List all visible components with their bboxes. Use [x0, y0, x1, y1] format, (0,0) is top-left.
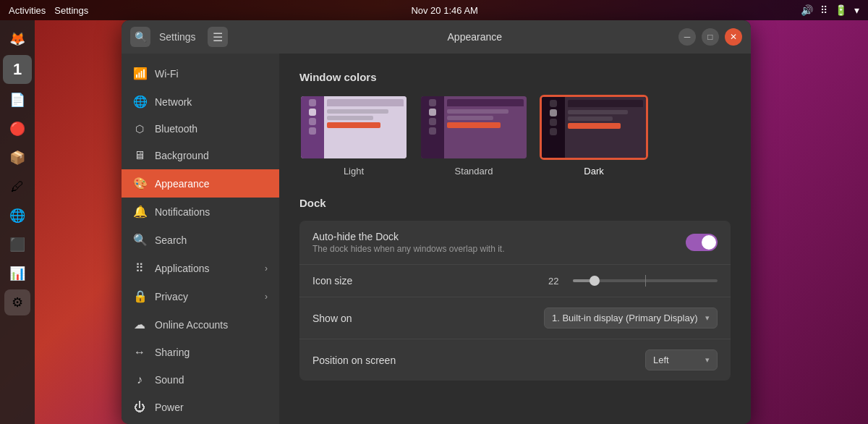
sidebar-item-privacy[interactable]: 🔒 Privacy › [122, 282, 279, 310]
sidebar-item-applications-label: Applications [155, 263, 210, 274]
sidebar-item-power-label: Power [155, 402, 184, 413]
datetime-label: Nov 20 1:46 AM [411, 5, 478, 16]
sidebar-item-sound[interactable]: ♪ Sound [122, 366, 279, 394]
autohide-sublabel: The dock hides when any windows overlap … [312, 244, 686, 254]
dock-item-app3[interactable]: 🔴 [4, 116, 30, 142]
sidebar: 📶 Wi-Fi 🌐 Network ⬡ Bluetooth 🖥 Backgrou… [122, 54, 279, 424]
main-content: Window colors [279, 54, 751, 424]
sidebar-item-search-label: Search [155, 234, 187, 246]
title-bar-search-button[interactable]: 🔍 [130, 27, 150, 47]
sound-sidebar-icon: ♪ [133, 373, 146, 386]
settings-menu[interactable]: Settings [54, 5, 88, 16]
dock-item-settings[interactable]: ⚙ [4, 289, 30, 315]
settings-body: 📶 Wi-Fi 🌐 Network ⬡ Bluetooth 🖥 Backgrou… [122, 54, 751, 424]
show-on-value: 1. Built-in display (Primary Display) [552, 313, 698, 323]
dock-item-firefox[interactable]: 🦊 [4, 26, 30, 52]
window-controls: ─ □ ✕ [678, 28, 742, 46]
title-bar: 🔍 Settings ☰ Appearance ─ □ ✕ [122, 20, 751, 54]
battery-icon[interactable]: 🔋 [835, 4, 847, 16]
autohide-label: Auto-hide the Dock [312, 231, 686, 242]
dock-item-app7[interactable]: 📊 [4, 260, 30, 287]
color-option-dark[interactable]: Dark [540, 95, 648, 177]
position-value: Left [653, 355, 669, 365]
notifications-icon: 🔔 [133, 205, 146, 219]
show-on-dropdown-arrow-icon: ▾ [705, 313, 710, 323]
autohide-toggle[interactable] [686, 234, 718, 251]
dock-item-chrome[interactable]: 🌐 [4, 203, 30, 229]
sidebar-item-sound-label: Sound [155, 374, 184, 386]
sidebar-item-background[interactable]: 🖥 Background [122, 142, 279, 169]
sidebar-item-applications[interactable]: ⠿ Applications › [122, 254, 279, 282]
icon-size-value: 22 [548, 276, 566, 287]
sidebar-item-network[interactable]: 🌐 Network [122, 88, 279, 116]
applications-icon: ⠿ [133, 261, 146, 275]
show-on-dropdown[interactable]: 1. Built-in display (Primary Display) ▾ [544, 308, 718, 328]
top-bar: Activities Settings Nov 20 1:46 AM 🔊 ⠿ 🔋… [0, 0, 868, 20]
sidebar-item-online-accounts[interactable]: ☁ Online Accounts [122, 310, 279, 339]
bluetooth-icon: ⬡ [133, 123, 146, 135]
dock-item-app4[interactable]: 📦 [4, 145, 30, 171]
color-option-light[interactable]: Light [299, 95, 408, 177]
online-accounts-icon: ☁ [133, 318, 146, 331]
sidebar-item-sharing[interactable]: ↔ Sharing [122, 339, 279, 366]
network-icon: 🌐 [133, 95, 146, 109]
system-menu-icon[interactable]: ▾ [854, 4, 859, 16]
applications-arrow-icon: › [265, 263, 268, 274]
sidebar-item-network-label: Network [155, 96, 192, 108]
sidebar-item-search[interactable]: 🔍 Search [122, 226, 279, 254]
sidebar-item-bluetooth[interactable]: ⬡ Bluetooth [122, 116, 279, 142]
dark-label: Dark [584, 166, 603, 177]
sidebar-item-privacy-label: Privacy [155, 291, 188, 302]
sound-icon[interactable]: 🔊 [801, 4, 813, 16]
background-icon: 🖥 [133, 149, 146, 162]
sidebar-item-notifications-label: Notifications [155, 206, 210, 218]
color-options: Light [299, 95, 731, 177]
search-icon: 🔍 [133, 233, 146, 247]
sidebar-item-background-label: Background [155, 150, 209, 161]
sidebar-item-bluetooth-label: Bluetooth [155, 123, 197, 135]
top-bar-right: 🔊 ⠿ 🔋 ▾ [801, 4, 859, 16]
appearance-icon: 🎨 [133, 177, 146, 190]
privacy-icon: 🔒 [133, 289, 146, 303]
light-label: Light [344, 166, 364, 177]
activities-button[interactable]: Activities [9, 5, 46, 16]
title-bar-menu-button[interactable]: ☰ [208, 27, 228, 47]
sidebar-item-wifi[interactable]: 📶 Wi-Fi [122, 59, 279, 88]
light-preview [299, 95, 408, 160]
settings-window: 🔍 Settings ☰ Appearance ─ □ ✕ 📶 Wi-Fi 🌐 … [122, 20, 751, 424]
dock-item-files[interactable]: 📄 [4, 87, 30, 113]
sidebar-item-notifications[interactable]: 🔔 Notifications [122, 198, 279, 226]
position-dropdown-arrow-icon: ▾ [705, 355, 710, 365]
color-option-standard[interactable]: Standard [420, 95, 528, 177]
sidebar-item-appearance[interactable]: 🎨 Appearance [122, 169, 279, 198]
maximize-button[interactable]: □ [702, 28, 719, 46]
show-on-row: Show on 1. Built-in display (Primary Dis… [299, 297, 731, 339]
dock-section-title: Dock [299, 197, 731, 209]
icon-size-row: Icon size 22 [299, 265, 731, 297]
network-status-icon[interactable]: ⠿ [820, 4, 827, 16]
position-row: Position on screen Left ▾ [299, 339, 731, 381]
position-label: Position on screen [312, 355, 645, 366]
standard-preview [420, 95, 528, 160]
icon-size-slider[interactable] [573, 279, 718, 282]
dark-preview [540, 95, 648, 160]
window-colors-title: Window colors [299, 71, 731, 83]
close-button[interactable]: ✕ [725, 28, 742, 46]
sidebar-item-appearance-label: Appearance [155, 178, 210, 190]
dock-item-app5[interactable]: 🖊 [4, 174, 30, 200]
show-on-label: Show on [312, 313, 544, 324]
settings-title: Settings [159, 31, 196, 43]
left-dock: 🦊 1 📄 🔴 📦 🖊 🌐 ⬛ 📊 ⚙ [0, 20, 35, 424]
window-title: Appearance [448, 31, 503, 43]
icon-size-label: Icon size [312, 275, 515, 287]
dock-section: Auto-hide the Dock The dock hides when a… [299, 221, 731, 381]
toggle-knob [702, 235, 716, 250]
minimize-button[interactable]: ─ [678, 28, 696, 46]
top-bar-datetime: Nov 20 1:46 AM [411, 5, 478, 16]
sidebar-item-sharing-label: Sharing [155, 347, 190, 358]
position-dropdown[interactable]: Left ▾ [645, 349, 718, 370]
sidebar-item-power[interactable]: ⏻ Power [122, 394, 279, 421]
sidebar-item-online-accounts-label: Online Accounts [155, 319, 228, 331]
wifi-icon: 📶 [133, 67, 146, 80]
dock-item-terminal[interactable]: ⬛ [4, 232, 30, 258]
